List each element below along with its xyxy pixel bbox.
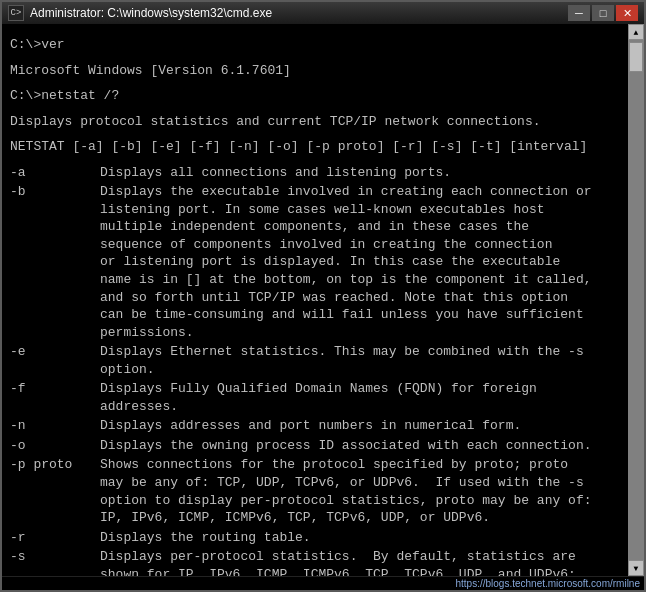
blank-line	[10, 105, 620, 113]
flag-desc-text: Displays the routing table.	[100, 529, 620, 547]
scroll-up-button[interactable]: ▲	[628, 24, 644, 40]
minimize-button[interactable]: ─	[568, 5, 590, 21]
cmd-window: C> Administrator: C:\windows\system32\cm…	[0, 0, 646, 592]
flag-desc-text: Displays addresses and port numbers in n…	[100, 417, 620, 435]
window-icon: C>	[8, 5, 24, 21]
blank-line	[10, 156, 620, 164]
titlebar: C> Administrator: C:\windows\system32\cm…	[2, 2, 644, 24]
window-controls: ─ □ ✕	[568, 5, 638, 21]
flag-label: -e	[10, 343, 100, 378]
scrollbar[interactable]: ▲ ▼	[628, 24, 644, 576]
content-area: C:\>verMicrosoft Windows [Version 6.1.76…	[2, 24, 644, 576]
command-line: C:\>ver	[10, 36, 620, 54]
blank-line	[10, 28, 620, 36]
scrollbar-track	[628, 40, 644, 560]
flag-description: -oDisplays the owning process ID associa…	[10, 437, 620, 455]
maximize-button[interactable]: □	[592, 5, 614, 21]
flag-desc-text: Displays all connections and listening p…	[100, 164, 620, 182]
output-line: Displays protocol statistics and current…	[10, 113, 620, 131]
flag-description: -rDisplays the routing table.	[10, 529, 620, 547]
flag-description: -p protoShows connections for the protoc…	[10, 456, 620, 526]
flag-desc-text: Displays Fully Qualified Domain Names (F…	[100, 380, 620, 415]
window-title: Administrator: C:\windows\system32\cmd.e…	[30, 6, 568, 20]
flag-label: -a	[10, 164, 100, 182]
flag-label: -s	[10, 548, 100, 576]
flag-description: -bDisplays the executable involved in cr…	[10, 183, 620, 341]
command-line: C:\>netstat /?	[10, 87, 620, 105]
flag-label: -b	[10, 183, 100, 341]
flag-label: -p proto	[10, 456, 100, 526]
flag-desc-text: Displays the executable involved in crea…	[100, 183, 620, 341]
flag-description: -sDisplays per-protocol statistics. By d…	[10, 548, 620, 576]
output-line: Microsoft Windows [Version 6.1.7601]	[10, 62, 620, 80]
flag-desc-text: Displays the owning process ID associate…	[100, 437, 620, 455]
scrollbar-thumb[interactable]	[629, 42, 643, 72]
blank-line	[10, 130, 620, 138]
output-line: NETSTAT [-a] [-b] [-e] [-f] [-n] [-o] [-…	[10, 138, 620, 156]
blank-line	[10, 54, 620, 62]
flag-desc-text: Displays per-protocol statistics. By def…	[100, 548, 620, 576]
flag-description: -aDisplays all connections and listening…	[10, 164, 620, 182]
flag-description: -eDisplays Ethernet statistics. This may…	[10, 343, 620, 378]
flag-label: -r	[10, 529, 100, 547]
flag-desc-text: Shows connections for the protocol speci…	[100, 456, 620, 526]
flag-description: -nDisplays addresses and port numbers in…	[10, 417, 620, 435]
footer-url: https://blogs.technet.microsoft.com/rmil…	[455, 578, 640, 589]
flag-description: -fDisplays Fully Qualified Domain Names …	[10, 380, 620, 415]
footer: https://blogs.technet.microsoft.com/rmil…	[2, 576, 644, 590]
close-button[interactable]: ✕	[616, 5, 638, 21]
flag-desc-text: Displays Ethernet statistics. This may b…	[100, 343, 620, 378]
flag-label: -f	[10, 380, 100, 415]
flag-label: -n	[10, 417, 100, 435]
terminal-output[interactable]: C:\>verMicrosoft Windows [Version 6.1.76…	[2, 24, 628, 576]
blank-line	[10, 79, 620, 87]
flag-label: -o	[10, 437, 100, 455]
scroll-down-button[interactable]: ▼	[628, 560, 644, 576]
